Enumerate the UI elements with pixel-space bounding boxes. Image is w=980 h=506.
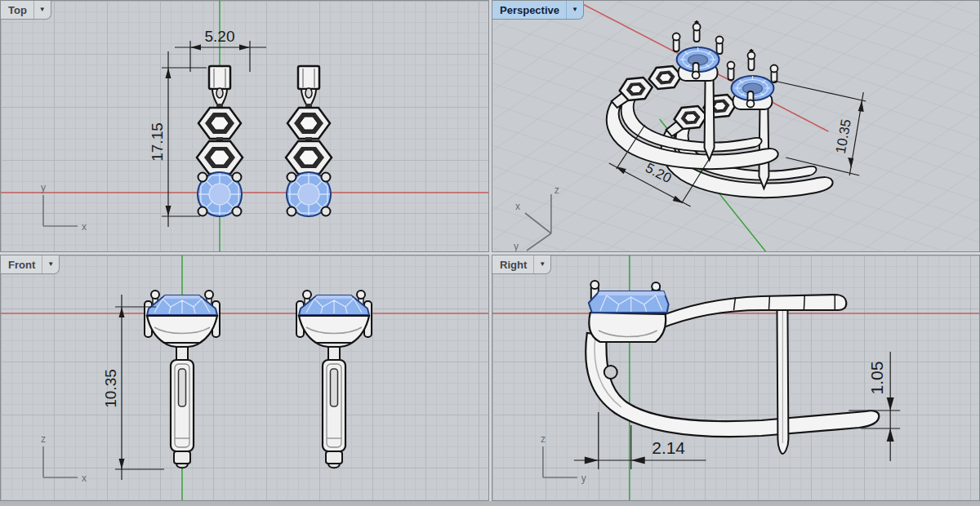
- top-viewport-canvas[interactable]: 5.20 17.15 y x: [1, 1, 488, 251]
- dimension-value: 17.15: [149, 122, 166, 162]
- dimension-wire-gap[interactable]: 1.05: [849, 352, 900, 461]
- viewport-front[interactable]: Front ▼: [0, 255, 489, 501]
- axis-label-y: y: [41, 182, 46, 193]
- axis-gizmo: z x: [41, 433, 87, 484]
- dimension-value: 2.14: [652, 438, 685, 457]
- lever-hole: [604, 366, 617, 379]
- viewport-perspective[interactable]: Perspective ▼: [492, 0, 980, 252]
- earring-front-view-right[interactable]: [296, 291, 372, 468]
- viewport-tab-right[interactable]: Right ▼: [492, 255, 551, 274]
- dimension-value: 10.35: [102, 369, 119, 408]
- earring-top-view-left[interactable]: [197, 66, 243, 216]
- perspective-viewport-canvas[interactable]: 5.20 10.35 z x y: [492, 1, 979, 251]
- viewport-tab-label: Top: [8, 4, 27, 16]
- axis-label-y: y: [581, 473, 586, 484]
- earring-front-view-left[interactable]: [145, 291, 220, 468]
- axis-label-x: x: [515, 201, 520, 212]
- axis-label-z: z: [541, 433, 546, 445]
- chevron-down-icon[interactable]: ▼: [567, 1, 583, 19]
- stone-basket: [589, 313, 666, 342]
- axis-label-z: z: [555, 184, 559, 196]
- viewport-top[interactable]: Top ▼: [0, 0, 489, 252]
- right-viewport-canvas[interactable]: 2.14 1.05 z y: [492, 255, 979, 500]
- top-bar: [653, 295, 847, 329]
- viewport-right[interactable]: Right ▼: [492, 255, 980, 501]
- viewport-tab-label: Front: [8, 259, 35, 271]
- chevron-down-icon[interactable]: ▼: [534, 255, 550, 273]
- axis-label-y: y: [514, 241, 519, 251]
- front-viewport-canvas[interactable]: 10.35 z x: [1, 255, 488, 500]
- axis-gizmo: z y: [541, 433, 586, 484]
- axis-label-z: z: [41, 433, 46, 445]
- dimension-value: 1.05: [867, 362, 886, 395]
- axis-label-x: x: [82, 221, 87, 233]
- viewport-grid: Top ▼: [0, 0, 980, 501]
- viewport-tab-top[interactable]: Top ▼: [1, 1, 51, 20]
- axis-gizmo: y x: [41, 182, 87, 233]
- viewport-tab-label: Right: [500, 259, 527, 271]
- axis-label-x: x: [82, 473, 87, 484]
- viewport-tab-front[interactable]: Front ▼: [1, 255, 60, 274]
- rhino-viewport-workspace: Top ▼: [0, 0, 980, 506]
- viewport-tab-perspective[interactable]: Perspective ▼: [492, 1, 584, 20]
- chevron-down-icon[interactable]: ▼: [42, 255, 59, 273]
- earring-top-view-right[interactable]: [286, 66, 332, 216]
- chevron-down-icon[interactable]: ▼: [34, 1, 51, 19]
- dimension-value: 5.20: [205, 28, 235, 45]
- viewport-tab-label: Perspective: [500, 4, 559, 16]
